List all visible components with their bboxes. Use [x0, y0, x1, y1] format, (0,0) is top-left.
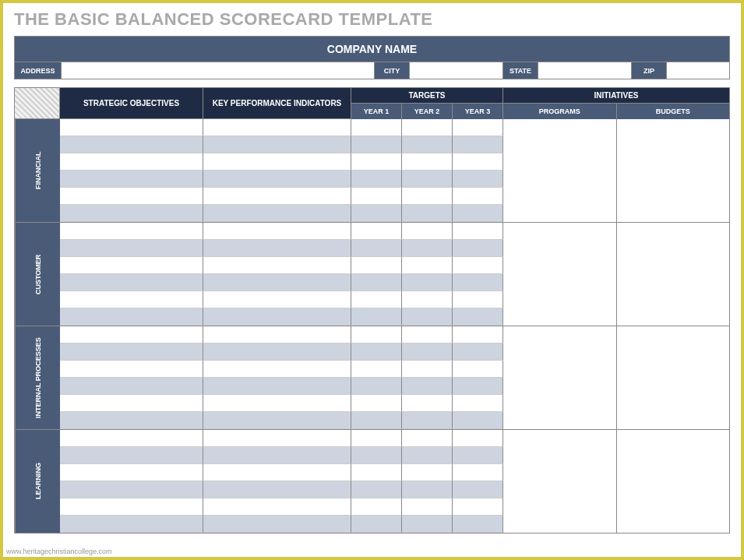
initiative-cell-programs[interactable]	[503, 119, 617, 222]
data-cell[interactable]	[453, 412, 503, 429]
data-cell[interactable]	[60, 136, 203, 153]
data-cell[interactable]	[351, 136, 402, 153]
initiative-cell-programs[interactable]	[503, 430, 617, 533]
data-cell[interactable]	[60, 326, 203, 343]
data-cell[interactable]	[453, 361, 503, 378]
data-cell[interactable]	[60, 240, 203, 257]
data-cell[interactable]	[402, 464, 453, 481]
data-cell[interactable]	[203, 257, 351, 274]
data-cell[interactable]	[402, 291, 453, 308]
data-cell[interactable]	[453, 153, 503, 171]
data-cell[interactable]	[402, 395, 453, 412]
data-cell[interactable]	[402, 119, 453, 136]
data-cell[interactable]	[351, 447, 402, 464]
data-cell[interactable]	[402, 430, 453, 447]
data-cell[interactable]	[203, 205, 351, 222]
data-cell[interactable]	[203, 171, 351, 188]
data-cell[interactable]	[453, 223, 503, 240]
data-cell[interactable]	[453, 119, 503, 136]
data-cell[interactable]	[402, 447, 453, 464]
data-cell[interactable]	[60, 274, 203, 291]
data-cell[interactable]	[453, 205, 503, 222]
data-cell[interactable]	[60, 378, 203, 395]
data-cell[interactable]	[351, 395, 402, 412]
data-cell[interactable]	[402, 188, 453, 205]
data-cell[interactable]	[203, 119, 351, 136]
data-cell[interactable]	[402, 343, 453, 361]
data-cell[interactable]	[402, 412, 453, 429]
data-cell[interactable]	[351, 361, 402, 378]
data-cell[interactable]	[351, 308, 402, 326]
data-cell[interactable]	[453, 464, 503, 481]
data-cell[interactable]	[402, 205, 453, 222]
data-cell[interactable]	[60, 205, 203, 222]
data-cell[interactable]	[453, 481, 503, 498]
data-cell[interactable]	[402, 516, 453, 533]
data-cell[interactable]	[351, 188, 402, 205]
data-cell[interactable]	[203, 361, 351, 378]
data-cell[interactable]	[60, 188, 203, 205]
data-cell[interactable]	[203, 447, 351, 464]
data-cell[interactable]	[60, 412, 203, 429]
data-cell[interactable]	[60, 464, 203, 481]
data-cell[interactable]	[203, 395, 351, 412]
data-cell[interactable]	[60, 498, 203, 516]
data-cell[interactable]	[60, 361, 203, 378]
data-cell[interactable]	[203, 412, 351, 429]
data-cell[interactable]	[60, 481, 203, 498]
data-cell[interactable]	[402, 498, 453, 516]
city-input[interactable]	[410, 62, 503, 79]
data-cell[interactable]	[351, 171, 402, 188]
data-cell[interactable]	[402, 378, 453, 395]
initiative-cell-budgets[interactable]	[617, 223, 730, 326]
address-input[interactable]	[62, 62, 375, 79]
state-input[interactable]	[538, 62, 632, 79]
data-cell[interactable]	[60, 223, 203, 240]
data-cell[interactable]	[402, 171, 453, 188]
data-cell[interactable]	[203, 274, 351, 291]
data-cell[interactable]	[453, 516, 503, 533]
initiative-cell-programs[interactable]	[503, 326, 617, 429]
data-cell[interactable]	[60, 153, 203, 171]
data-cell[interactable]	[351, 378, 402, 395]
data-cell[interactable]	[453, 447, 503, 464]
data-cell[interactable]	[351, 481, 402, 498]
data-cell[interactable]	[453, 291, 503, 308]
initiative-cell-budgets[interactable]	[617, 119, 730, 222]
zip-input[interactable]	[667, 62, 729, 79]
data-cell[interactable]	[60, 308, 203, 326]
data-cell[interactable]	[402, 274, 453, 291]
data-cell[interactable]	[453, 326, 503, 343]
data-cell[interactable]	[203, 291, 351, 308]
initiative-cell-budgets[interactable]	[617, 326, 730, 429]
data-cell[interactable]	[453, 378, 503, 395]
data-cell[interactable]	[351, 205, 402, 222]
data-cell[interactable]	[351, 119, 402, 136]
data-cell[interactable]	[351, 153, 402, 171]
data-cell[interactable]	[60, 257, 203, 274]
data-cell[interactable]	[60, 447, 203, 464]
data-cell[interactable]	[351, 516, 402, 533]
data-cell[interactable]	[453, 498, 503, 516]
data-cell[interactable]	[351, 223, 402, 240]
data-cell[interactable]	[402, 153, 453, 171]
data-cell[interactable]	[453, 395, 503, 412]
data-cell[interactable]	[402, 326, 453, 343]
data-cell[interactable]	[203, 430, 351, 447]
data-cell[interactable]	[203, 188, 351, 205]
data-cell[interactable]	[351, 412, 402, 429]
data-cell[interactable]	[203, 343, 351, 361]
data-cell[interactable]	[402, 223, 453, 240]
data-cell[interactable]	[453, 308, 503, 326]
data-cell[interactable]	[203, 378, 351, 395]
data-cell[interactable]	[203, 240, 351, 257]
data-cell[interactable]	[60, 291, 203, 308]
data-cell[interactable]	[60, 343, 203, 361]
data-cell[interactable]	[453, 343, 503, 361]
data-cell[interactable]	[402, 481, 453, 498]
data-cell[interactable]	[60, 119, 203, 136]
data-cell[interactable]	[402, 257, 453, 274]
data-cell[interactable]	[453, 257, 503, 274]
data-cell[interactable]	[60, 171, 203, 188]
data-cell[interactable]	[203, 153, 351, 171]
